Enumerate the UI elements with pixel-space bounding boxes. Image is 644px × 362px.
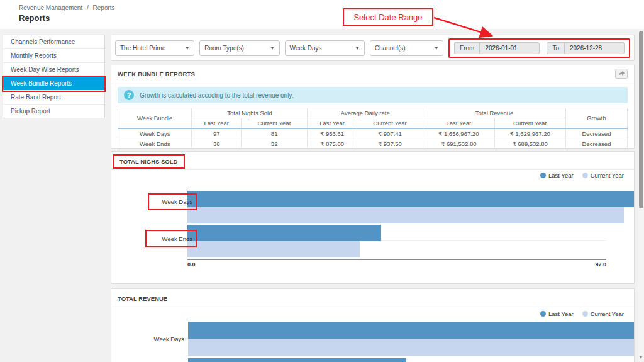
breadcrumb-separator: / bbox=[87, 4, 89, 11]
to-date-label: To bbox=[547, 42, 564, 54]
room-type-select-value: Room Type(s) bbox=[204, 45, 244, 52]
sub-col-last-year: Last Year bbox=[192, 118, 242, 129]
legend-current-year[interactable]: Current Year bbox=[582, 310, 624, 317]
chevron-down-icon: ▼ bbox=[434, 46, 438, 50]
col-average-daily-rate: Average Daily rate bbox=[308, 108, 423, 118]
breadcrumb-revenue-management[interactable]: Revenue Management bbox=[19, 4, 82, 11]
bar-week-ends-last-year bbox=[187, 225, 381, 241]
growth-info-alert: ? Growth is calculated accoding to the t… bbox=[118, 87, 628, 103]
cell-growth: Decreased bbox=[565, 128, 627, 139]
sidebar-item-week-day-wise-reports[interactable]: Week Day Wise Reports bbox=[3, 63, 104, 77]
cell-nights-cy: 32 bbox=[242, 139, 308, 149]
total-revenue-panel: TOTAL REVENUE Last Year Current Year Wee… bbox=[111, 288, 635, 362]
week-bundle-table: Week Bundle Total Nights Sold Average Da… bbox=[118, 108, 628, 149]
legend-dot-icon bbox=[582, 173, 588, 178]
col-growth: Growth bbox=[565, 108, 627, 129]
cell-nights-cy: 81 bbox=[242, 128, 308, 139]
cell-rev-cy: ₹ 689,532.80 bbox=[494, 139, 565, 149]
chevron-down-icon: ▼ bbox=[270, 46, 275, 50]
sub-col-last-year: Last Year bbox=[423, 118, 494, 129]
bar-week-ends-last-year bbox=[188, 358, 406, 362]
legend-current-year-label: Current Year bbox=[591, 172, 624, 179]
week-bundle-reports-title: WEEK BUNDLE REPORTS bbox=[118, 71, 195, 77]
question-circle-icon: ? bbox=[124, 90, 134, 100]
cell-nights-ly: 36 bbox=[192, 139, 242, 149]
total-nights-sold-header: TOTAL NIGHS SOLD bbox=[111, 152, 634, 170]
category-label-week-days: Week Days bbox=[148, 193, 197, 210]
col-total-nights-sold: Total Nights Sold bbox=[192, 108, 308, 118]
total-nights-sold-title: TOTAL NIGHS SOLD bbox=[113, 154, 185, 169]
from-date-group: From bbox=[454, 42, 540, 54]
sidebar-item-channels-performance[interactable]: Channels Performance bbox=[3, 35, 104, 49]
legend-current-year-label: Current Year bbox=[591, 310, 624, 317]
category-label-week-ends: Week Ends bbox=[145, 230, 197, 247]
sidebar-item-rate-band-report[interactable]: Rate Band Report bbox=[3, 91, 104, 105]
breadcrumb-reports[interactable]: Reports bbox=[93, 4, 115, 11]
hotel-select[interactable]: The Hotel Prime ▼ bbox=[115, 40, 194, 56]
table-row-week-days: Week Days 97 81 ₹ 953.61 ₹ 907.41 ₹ 1,65… bbox=[118, 128, 628, 139]
select-date-range-callout: Select Date Range bbox=[343, 8, 433, 26]
hotel-select-value: The Hotel Prime bbox=[120, 45, 165, 52]
table-group-header-row: Week Bundle Total Nights Sold Average Da… bbox=[118, 108, 628, 118]
sidebar-item-monthly-reports[interactable]: Monthly Reports bbox=[3, 49, 104, 63]
col-total-revenue: Total Revenue bbox=[423, 108, 566, 118]
cell-adr-cy: ₹ 907.41 bbox=[357, 128, 423, 139]
bar-week-days-last-year bbox=[188, 322, 635, 339]
cell-bundle: Week Ends bbox=[118, 139, 192, 149]
vertical-scrollbar: ▼ bbox=[638, 29, 644, 362]
week-day-select-value: Week Days bbox=[290, 45, 322, 52]
legend-dot-icon bbox=[540, 311, 546, 317]
to-date-input[interactable] bbox=[564, 42, 625, 54]
legend-dot-icon bbox=[540, 173, 546, 178]
cell-adr-cy: ₹ 937.50 bbox=[357, 139, 423, 149]
channel-select[interactable]: Channel(s) ▼ bbox=[370, 40, 443, 56]
channel-select-value: Channel(s) bbox=[375, 45, 406, 52]
scrollbar-down-arrow-icon[interactable]: ▼ bbox=[638, 354, 643, 361]
cell-bundle: Week Days bbox=[118, 128, 192, 139]
export-share-icon bbox=[618, 71, 625, 77]
total-revenue-header: TOTAL REVENUE bbox=[111, 289, 634, 307]
week-day-select[interactable]: Week Days ▼ bbox=[285, 40, 365, 56]
legend-last-year-label: Last Year bbox=[548, 310, 574, 317]
cell-adr-ly: ₹ 875.00 bbox=[308, 139, 357, 149]
legend-dot-icon bbox=[582, 311, 588, 317]
sidebar-item-week-bundle-reports[interactable]: Week Bundle Reports bbox=[3, 77, 104, 91]
sidebar: Channels Performance Monthly Reports Wee… bbox=[3, 35, 105, 118]
sidebar-item-pickup-report[interactable]: Pickup Report bbox=[3, 105, 104, 118]
to-date-group: To bbox=[547, 42, 625, 54]
legend-last-year[interactable]: Last Year bbox=[540, 310, 574, 317]
total-nights-sold-panel: TOTAL NIGHS SOLD Last Year Current Year … bbox=[111, 151, 635, 284]
bar-week-days-current-year bbox=[187, 207, 624, 223]
cell-rev-ly: ₹ 691,532.80 bbox=[423, 139, 494, 149]
top-bar: Revenue Management / Reports Reports bbox=[0, 0, 644, 29]
col-week-bundle: Week Bundle bbox=[118, 108, 192, 129]
bar-week-ends-current-year bbox=[187, 241, 360, 257]
cell-rev-ly: ₹ 1,656,967.20 bbox=[423, 128, 494, 139]
x-axis-line bbox=[187, 259, 606, 260]
sub-col-current-year: Current Year bbox=[357, 118, 423, 129]
date-range-annotation-box: From To bbox=[448, 38, 630, 58]
page-title: Reports bbox=[19, 13, 50, 23]
scrollbar-thumb[interactable] bbox=[639, 31, 643, 208]
bar-week-days-last-year bbox=[187, 191, 635, 207]
chart1-legend: Last Year Current Year bbox=[540, 172, 624, 179]
chart2-legend: Last Year Current Year bbox=[540, 310, 624, 317]
total-revenue-title: TOTAL REVENUE bbox=[118, 295, 167, 302]
cell-growth: Decreased bbox=[565, 139, 627, 149]
export-button[interactable] bbox=[615, 69, 628, 79]
cell-rev-cy: ₹ 1,629,967.20 bbox=[494, 128, 565, 139]
sub-col-last-year: Last Year bbox=[308, 118, 357, 129]
legend-current-year[interactable]: Current Year bbox=[582, 172, 624, 179]
bar-week-days-current-year bbox=[188, 339, 635, 356]
from-date-label: From bbox=[454, 42, 479, 54]
room-type-select[interactable]: Room Type(s) ▼ bbox=[199, 40, 279, 56]
week-bundle-reports-panel: WEEK BUNDLE REPORTS ? Growth is calculat… bbox=[111, 65, 635, 149]
legend-last-year[interactable]: Last Year bbox=[540, 172, 574, 179]
x-axis-tick-max: 97.0 bbox=[187, 261, 606, 268]
breadcrumb: Revenue Management / Reports bbox=[19, 4, 118, 11]
chevron-down-icon: ▼ bbox=[355, 46, 360, 50]
table-row-week-ends: Week Ends 36 32 ₹ 875.00 ₹ 937.50 ₹ 691,… bbox=[118, 139, 628, 149]
chevron-down-icon: ▼ bbox=[185, 46, 189, 50]
from-date-input[interactable] bbox=[479, 42, 540, 54]
cell-nights-ly: 97 bbox=[192, 128, 242, 139]
